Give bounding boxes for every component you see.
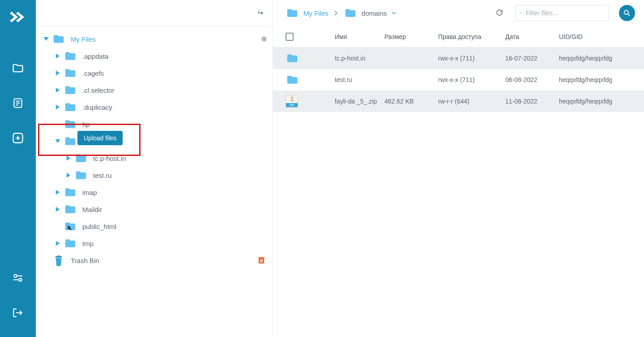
upload-tooltip: Upload files	[77, 131, 123, 145]
breadcrumb-root[interactable]: My Files	[286, 6, 328, 20]
funnel-icon	[520, 9, 521, 17]
tree-root-label: My Files	[71, 35, 96, 43]
svg-marker-15	[56, 70, 60, 75]
svg-rect-25	[57, 255, 60, 256]
cell-date: 16-07-2022	[505, 55, 559, 62]
cell-perm: rwx-x-x (711)	[438, 55, 505, 62]
tree-item-duplicacy[interactable]: .duplicacy	[39, 99, 267, 116]
table-row[interactable]: tc.p-host.in rwx-x-x (711) 16-07-2022 he…	[273, 48, 644, 69]
tree-item-hp[interactable]: hp	[39, 116, 267, 133]
notes-nav-button[interactable]	[7, 92, 29, 114]
svg-marker-20	[67, 173, 70, 177]
cell-perm: rw-r-r (644)	[438, 98, 505, 105]
refresh-button[interactable]	[495, 9, 503, 18]
cell-uidgid: heqqxfdg/heqqxfdg	[559, 76, 640, 83]
tree-item-tmp[interactable]: tmp	[39, 235, 267, 252]
plus-square-icon	[12, 132, 24, 144]
chevron-down-icon	[392, 11, 396, 15]
chevron-right-icon	[55, 240, 61, 246]
tree-item-domains[interactable]: domains	[39, 133, 267, 150]
folder-icon	[64, 134, 77, 148]
tree-toolbar	[36, 0, 273, 26]
chevron-right-icon	[65, 155, 72, 161]
enter-icon[interactable]	[257, 9, 264, 17]
select-all-checkbox[interactable]	[286, 33, 294, 41]
tree-item-cagefs[interactable]: .cagefs	[39, 65, 267, 82]
folder-icon	[12, 62, 24, 74]
filter-input[interactable]	[526, 9, 604, 17]
folder-icon	[64, 186, 77, 199]
chevron-right-icon	[55, 53, 61, 59]
chevron-right-icon	[55, 189, 61, 195]
column-header-name[interactable]: Имя	[335, 33, 384, 40]
gear-icon[interactable]	[260, 35, 267, 43]
table-header-row: Имя Размер Права доступа Дата UID/GID	[273, 26, 644, 48]
tree-item-label: Maildir	[82, 206, 102, 213]
svg-rect-24	[55, 256, 62, 258]
tree-item-clselector[interactable]: .cl.selector	[39, 82, 267, 99]
svg-marker-18	[55, 139, 60, 143]
filter-box[interactable]	[515, 5, 609, 21]
column-header-uidgid[interactable]: UID/GID	[559, 33, 640, 40]
chevron-right-icon	[65, 172, 72, 178]
svg-marker-21	[56, 190, 60, 194]
svg-point-10	[19, 278, 21, 281]
tree-item-label: .cl.selector	[82, 86, 115, 94]
table-row[interactable]: fayli-da _5_.zip 462.62 KB rw-r-r (644) …	[273, 91, 644, 112]
tree-item-imap[interactable]: imap	[39, 184, 267, 201]
chevron-down-icon	[43, 36, 49, 42]
cell-date: 11-08-2022	[505, 98, 559, 105]
chevron-right-icon	[55, 104, 61, 110]
search-button[interactable]	[619, 5, 635, 21]
breadcrumb-label: domains	[362, 9, 387, 17]
svg-rect-29	[258, 257, 264, 258]
svg-marker-13	[43, 37, 48, 41]
tree-item-testru[interactable]: test.ru	[39, 167, 267, 184]
tree-item-label: tmp	[82, 240, 94, 247]
breadcrumb-bar: My Files domains	[273, 0, 644, 26]
cell-size: 462.62 KB	[384, 98, 438, 105]
column-header-perm[interactable]: Права доступа	[438, 33, 505, 40]
logout-nav-button[interactable]	[7, 302, 29, 324]
notes-icon	[12, 97, 24, 109]
cell-perm: rwx-x-x (711)	[438, 76, 505, 83]
cell-name: test.ru	[335, 76, 384, 83]
folder-icon	[64, 66, 77, 80]
folder-icon	[64, 100, 77, 114]
tree-root-my-files[interactable]: My Files	[39, 30, 267, 48]
tree-item-label: hp	[82, 121, 90, 128]
chevron-right-icon	[334, 10, 338, 16]
folder-icon	[52, 32, 65, 46]
nav-rail	[0, 0, 36, 337]
folder-icon	[286, 73, 299, 86]
tree-item-appdata[interactable]: .appdata	[39, 48, 267, 65]
cell-date: 06-08-2022	[505, 76, 559, 83]
trash-bin[interactable]: Trash Bin	[39, 252, 267, 269]
tree-item-maildir[interactable]: Maildir	[39, 201, 267, 218]
svg-marker-17	[56, 104, 60, 109]
folder-tree-panel: My Files .appdata .cagefs .cl.selector	[36, 0, 273, 337]
refresh-icon	[495, 9, 503, 17]
empty-trash-icon[interactable]	[258, 257, 264, 264]
table-row[interactable]: test.ru rwx-x-x (711) 06-08-2022 heqqxfd…	[273, 69, 644, 91]
breadcrumb-current[interactable]: domains	[344, 6, 396, 20]
folder-icon	[74, 151, 88, 165]
svg-marker-19	[67, 156, 70, 160]
settings-nav-button[interactable]	[7, 267, 29, 289]
files-nav-button[interactable]	[7, 57, 29, 79]
cell-uidgid: heqqxfdg/heqqxfdg	[559, 55, 640, 62]
column-header-size[interactable]: Размер	[384, 33, 438, 40]
chevron-right-icon	[55, 70, 61, 76]
folder-icon	[64, 49, 77, 63]
folder-icon	[286, 52, 299, 65]
upload-nav-button[interactable]	[7, 127, 29, 149]
chevron-right-icon	[55, 206, 61, 212]
svg-line-31	[628, 14, 630, 16]
tree-item-tcphost[interactable]: tc.p-host.in	[39, 150, 267, 167]
search-icon	[623, 9, 631, 17]
folder-icon	[74, 168, 88, 182]
tree-item-publichtml[interactable]: public_html	[39, 218, 267, 235]
app-logo	[9, 8, 27, 26]
folder-shortcut-icon	[64, 220, 77, 233]
column-header-date[interactable]: Дата	[505, 33, 559, 40]
